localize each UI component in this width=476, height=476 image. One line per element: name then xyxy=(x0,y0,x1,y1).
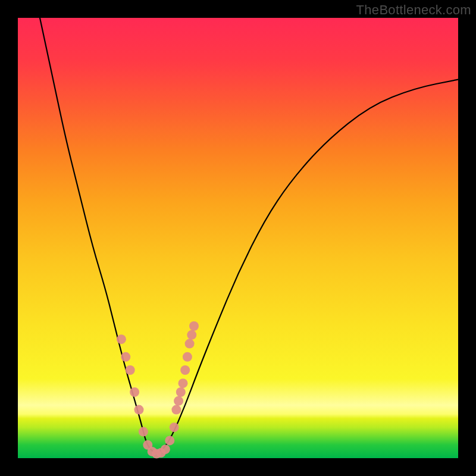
bottleneck-curve xyxy=(40,18,458,453)
marker-dot xyxy=(176,387,186,397)
watermark-text: TheBottleneck.com xyxy=(356,2,471,18)
marker-dot xyxy=(189,321,199,331)
marker-dot xyxy=(185,339,195,349)
highlight-markers xyxy=(117,321,199,459)
marker-dot xyxy=(130,387,139,397)
chart-svg xyxy=(18,18,458,458)
plot-area xyxy=(18,18,458,458)
marker-dot xyxy=(171,405,181,415)
marker-dot xyxy=(187,330,196,340)
chart-stage: TheBottleneck.com xyxy=(0,0,476,476)
marker-dot xyxy=(183,352,192,362)
marker-dot xyxy=(161,444,170,454)
marker-dot xyxy=(134,405,144,415)
marker-dot xyxy=(126,365,135,375)
marker-dot xyxy=(121,352,130,362)
marker-dot xyxy=(117,334,126,344)
marker-dot xyxy=(174,396,183,406)
marker-dot xyxy=(180,365,190,375)
marker-dot xyxy=(178,378,188,388)
marker-dot xyxy=(139,427,148,437)
marker-dot xyxy=(170,422,179,432)
marker-dot xyxy=(165,436,174,445)
